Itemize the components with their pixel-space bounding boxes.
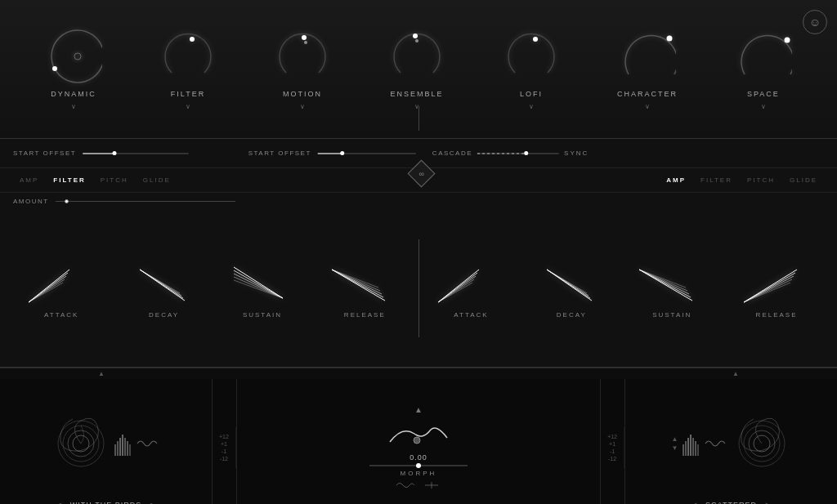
knob-group-motion: MOTION ∨	[274, 28, 331, 110]
env-attack-left-svg[interactable]	[25, 257, 98, 306]
left-tabs: AMP FILTER PITCH GLIDE	[13, 176, 177, 184]
knob-character-chevron[interactable]: ∨	[645, 103, 650, 110]
knob-group-dynamic: DYNAMIC ∨	[45, 28, 102, 110]
knob-motion-chevron[interactable]: ∨	[300, 103, 305, 110]
right-vel-marks	[683, 431, 699, 456]
env-attack-right-svg[interactable]	[434, 257, 508, 306]
link-icon: ∞	[418, 169, 423, 177]
svg-line-15	[29, 283, 63, 302]
knob-ensemble[interactable]	[388, 28, 445, 85]
right-envelopes: ATTACK DECAY	[419, 257, 830, 319]
tab-filter-r[interactable]: FILTER	[694, 176, 739, 184]
tuning-right-12plus: +12	[607, 434, 617, 439]
svg-line-21	[234, 270, 283, 298]
knob-space-chevron[interactable]: ∨	[761, 103, 766, 110]
left-prev-button[interactable]: <	[58, 501, 62, 504]
center-controls: START OFFSET CASCADE SYNC	[248, 149, 589, 157]
right-start-offset-slider[interactable]	[318, 153, 416, 154]
bottom-section: < WITH THE BIRDS > +12 +1 -1 -12 ▲ 0.00	[0, 379, 837, 504]
env-release-right-svg[interactable]	[740, 257, 813, 306]
left-preset-visual	[10, 386, 202, 501]
left-preset-name-row: < WITH THE BIRDS >	[10, 501, 202, 504]
right-preset-visual: ▲ ▼	[635, 386, 827, 501]
morph-slider[interactable]	[369, 465, 468, 466]
knob-filter-chevron[interactable]: ∨	[186, 103, 190, 110]
svg-point-4	[302, 35, 307, 40]
tuning-left-1minus: -1	[222, 448, 226, 454]
knob-space-label: SPACE	[747, 90, 780, 98]
tuning-left-1plus: +1	[221, 441, 227, 447]
env-sustain-right-label: SUSTAIN	[652, 311, 692, 319]
env-sustain-right-svg[interactable]	[635, 257, 709, 306]
env-release-left: RELEASE	[328, 257, 401, 319]
tuning-right-1minus: -1	[610, 448, 615, 454]
tab-amp[interactable]: AMP	[13, 176, 45, 184]
knob-lofi[interactable]	[503, 28, 560, 85]
morph-cross-icon	[422, 480, 441, 490]
knob-dynamic[interactable]	[45, 28, 102, 85]
knob-group-space: SPACE ∨	[735, 28, 792, 110]
knob-filter[interactable]	[159, 28, 217, 85]
svg-line-34	[438, 283, 472, 302]
morph-value-display: 0.00	[410, 453, 427, 462]
right-preset-visual-svg	[733, 411, 790, 476]
middle-section: START OFFSET START OFFSET CASCADE	[0, 139, 837, 368]
env-sustain-right: SUSTAIN	[635, 257, 709, 319]
env-release-left-svg[interactable]	[328, 257, 401, 306]
morph-shape-svg	[386, 417, 451, 450]
tab-filter[interactable]: FILTER	[47, 176, 92, 184]
left-wave-icon	[136, 435, 160, 452]
knob-space-svg	[735, 24, 792, 89]
left-start-offset-group: START OFFSET	[13, 149, 189, 157]
left-start-offset-slider[interactable]	[83, 153, 189, 154]
tab-amp-r[interactable]: AMP	[660, 176, 692, 184]
left-envelopes: ATTACK DECAY	[8, 257, 418, 319]
knob-motion-label: MOTION	[283, 90, 322, 98]
tuning-right-1plus: +1	[609, 441, 615, 447]
left-preset-panel: < WITH THE BIRDS >	[0, 379, 213, 504]
env-decay-right-svg[interactable]	[539, 257, 604, 306]
tab-pitch-r[interactable]: PITCH	[741, 176, 781, 184]
tuning-right-12minus: -12	[608, 456, 616, 462]
tabs-row: AMP FILTER PITCH GLIDE ∞ AMP FILTER PITC…	[0, 168, 837, 193]
tuning-left-12plus: +12	[219, 434, 229, 439]
right-preset-panel: ▲ ▼	[624, 379, 837, 504]
svg-point-1	[74, 53, 81, 60]
knob-dynamic-chevron[interactable]: ∨	[71, 103, 76, 110]
tab-pitch[interactable]: PITCH	[94, 176, 135, 184]
amount-label: AMOUNT	[13, 198, 49, 205]
env-release-right: RELEASE	[740, 257, 813, 319]
divider-arrow-right: ▲	[732, 370, 739, 377]
knob-lofi-chevron[interactable]: ∨	[529, 103, 534, 110]
knob-group-lofi: LOFI ∨	[503, 28, 560, 110]
amount-slider[interactable]	[56, 201, 235, 202]
env-decay-left-label: DECAY	[149, 311, 179, 319]
left-next-button[interactable]: >	[150, 501, 154, 504]
svg-point-3	[190, 37, 195, 42]
tab-glide[interactable]: GLIDE	[137, 176, 177, 184]
knob-motion[interactable]	[274, 28, 331, 85]
tab-glide-r[interactable]: GLIDE	[783, 176, 824, 184]
envelope-display: ATTACK DECAY	[0, 209, 837, 367]
env-decay-left-svg[interactable]	[132, 257, 197, 306]
right-next-button[interactable]: >	[765, 501, 769, 504]
right-start-offset-group: START OFFSET	[248, 149, 416, 157]
tuning-left: +12 +1 -1 -12	[213, 427, 236, 468]
svg-line-22	[234, 274, 283, 298]
cascade-slider[interactable]	[477, 153, 559, 154]
env-sustain-left-svg[interactable]	[230, 257, 295, 306]
right-prev-button[interactable]: <	[693, 501, 697, 504]
right-preset-name-row: < SCATTERED >	[635, 501, 827, 504]
knob-space[interactable]	[735, 28, 792, 85]
svg-point-7	[415, 39, 418, 42]
morph-icons-row	[396, 480, 441, 490]
center-vertical-line	[418, 239, 419, 337]
svg-line-43	[639, 270, 686, 288]
knob-dynamic-label: DYNAMIC	[51, 90, 96, 98]
left-offset-fill	[83, 153, 114, 154]
knob-character[interactable]	[619, 28, 676, 85]
knob-lofi-svg	[507, 28, 556, 85]
knob-filter-svg	[163, 28, 213, 85]
logo-button[interactable]: ☺	[803, 10, 827, 34]
svg-point-8	[533, 37, 538, 42]
